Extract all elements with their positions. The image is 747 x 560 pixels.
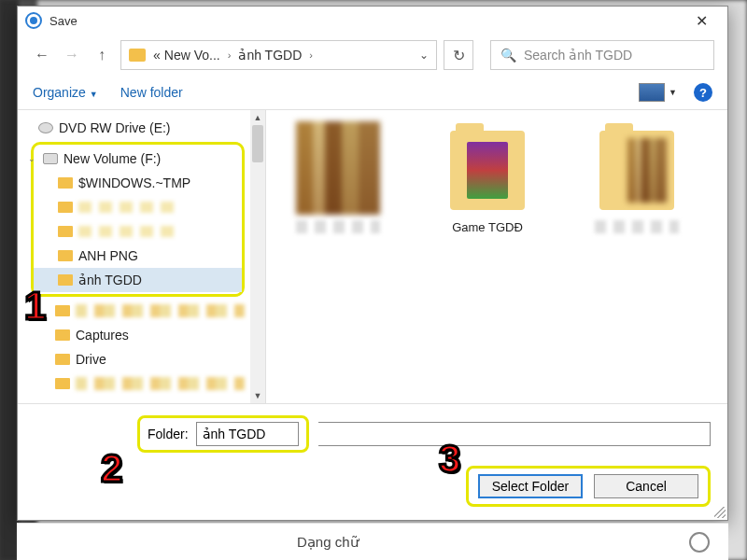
tree-item-dvd[interactable]: DVD RW Drive (E:) (18, 116, 265, 140)
tree-item-selected[interactable]: ảnh TGDD (34, 268, 242, 292)
folder-tree: DVD RW Drive (E:) ⌄ New Volume (F:) $WIN… (18, 110, 266, 403)
tree-item[interactable] (34, 195, 242, 219)
folder-icon (55, 305, 70, 316)
list-item[interactable] (277, 121, 399, 233)
list-item[interactable]: Game TGDĐ (427, 121, 548, 234)
action-buttons-highlight: Select Folder Cancel (466, 466, 711, 507)
tree-item[interactable]: Captures (18, 323, 265, 347)
forward-button[interactable]: → (61, 44, 83, 66)
folder-icon (55, 354, 70, 365)
new-folder-button[interactable]: New folder (120, 85, 183, 100)
search-input[interactable]: 🔍 Search ảnh TGDD (490, 40, 714, 70)
chevron-down-icon: ▼ (90, 90, 98, 99)
window-title: Save (49, 14, 78, 28)
search-icon: 🔍 (500, 48, 516, 63)
dialog-body: DVD RW Drive (E:) ⌄ New Volume (F:) $WIN… (18, 109, 727, 403)
folder-icon (55, 378, 70, 389)
tree-item[interactable]: $WINDOWS.~TMP (34, 171, 242, 195)
chevron-right-icon: › (224, 49, 235, 61)
tree-item-volume[interactable]: ⌄ New Volume (F:) (34, 147, 242, 171)
resize-grip[interactable] (714, 507, 726, 518)
scrollbar-thumb[interactable] (252, 125, 263, 162)
back-button[interactable]: ← (31, 44, 53, 66)
scroll-down-icon[interactable]: ▼ (250, 388, 265, 403)
tree-item[interactable] (55, 299, 245, 323)
up-button[interactable]: ↑ (91, 44, 113, 66)
folder-icon (450, 131, 525, 210)
folder-icon (58, 226, 73, 237)
folder-icon (58, 250, 73, 261)
refresh-button[interactable]: ↻ (444, 40, 473, 70)
drive-icon (43, 153, 58, 164)
folder-icon (58, 274, 73, 286)
select-folder-button[interactable]: Select Folder (478, 474, 583, 498)
folder-name-input[interactable] (196, 422, 299, 446)
close-icon[interactable]: ✕ (683, 12, 720, 30)
tree-scrollbar[interactable]: ▲ ▼ (250, 110, 265, 403)
item-label (296, 220, 380, 233)
folder-icon (129, 49, 146, 62)
search-placeholder: Search ảnh TGDD (524, 48, 632, 63)
toolbar: Organize▼ New folder ▼ ? (18, 76, 727, 109)
folder-icon (58, 202, 73, 213)
folder-label: Folder: (148, 427, 189, 441)
chevron-right-icon: › (305, 49, 317, 61)
item-label: Game TGDĐ (452, 220, 523, 234)
save-dialog: Save ✕ ← → ↑ « New Vo... › ảnh TGDD › ⌄ … (17, 6, 728, 521)
highlighted-tree-group: ⌄ New Volume (F:) $WINDOWS.~TMP ANH PNG … (31, 142, 245, 297)
titlebar: Save ✕ (18, 7, 727, 35)
item-label (595, 220, 679, 233)
folder-icon (55, 329, 70, 341)
breadcrumb-prefix: « (153, 48, 161, 63)
chevron-down-icon[interactable]: ⌄ (28, 154, 37, 163)
background-app-strip: Dạng chữ (17, 523, 728, 560)
breadcrumb[interactable]: « New Vo... › ảnh TGDD › ⌄ (120, 40, 437, 70)
breadcrumb-seg[interactable]: ảnh TGDD (238, 48, 302, 63)
radio-icon (689, 532, 710, 553)
organize-menu[interactable]: Organize▼ (33, 85, 98, 100)
tree-item[interactable]: Drive (18, 347, 265, 371)
tree-item[interactable]: ANH PNG (34, 244, 242, 268)
cancel-button[interactable]: Cancel (594, 474, 698, 498)
tree-item[interactable] (55, 371, 245, 396)
scroll-up-icon[interactable]: ▲ (250, 110, 265, 125)
folder-icon (599, 131, 674, 210)
disc-icon (38, 122, 53, 133)
breadcrumb-seg[interactable]: New Vo... (164, 48, 220, 63)
app-icon (25, 12, 42, 29)
list-item[interactable] (576, 121, 698, 233)
help-icon[interactable]: ? (694, 83, 712, 102)
file-view[interactable]: Game TGDĐ (266, 110, 727, 403)
dialog-footer: Folder: Select Folder Cancel (18, 403, 727, 520)
tree-item[interactable] (34, 219, 242, 244)
chevron-down-icon[interactable]: ⌄ (419, 49, 429, 62)
view-mode-button[interactable] (639, 83, 665, 102)
folder-icon (58, 177, 73, 189)
nav-row: ← → ↑ « New Vo... › ảnh TGDD › ⌄ ↻ 🔍 Sea… (18, 35, 727, 76)
chevron-down-icon[interactable]: ▼ (669, 88, 677, 97)
folder-name-input-ext[interactable] (318, 422, 711, 446)
folder-field-highlight: Folder: (137, 415, 309, 453)
